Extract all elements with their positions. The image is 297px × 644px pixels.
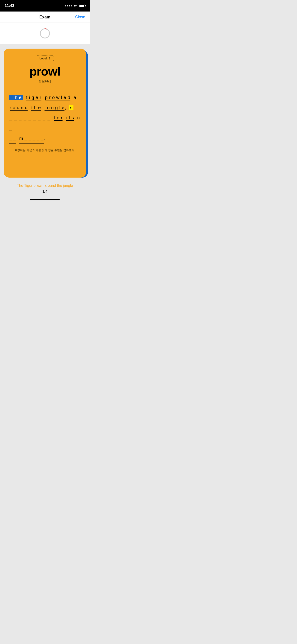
sentence-area: T h e t i g e r p r o w l e d a r o u n … [9, 92, 80, 153]
main-area: Level. 3 prowl 잠복했다 T h e t i g e r p r … [0, 44, 90, 180]
svg-point-0 [40, 29, 50, 38]
word-title: prowl [30, 64, 60, 78]
blank-2: _ _ [9, 133, 16, 144]
word-for: f o r [54, 115, 63, 120]
word-prowled: p r o w l e d [44, 95, 71, 100]
word-the2: t h e [31, 105, 41, 110]
bottom-area: The Tiger prawn around the jungle 1/4 [0, 180, 90, 204]
card-stack: Level. 3 prowl 잠복했다 T h e t i g e r p r … [4, 48, 86, 178]
close-button[interactable]: Close [75, 15, 85, 19]
page-indicator: 1/4 [42, 190, 48, 194]
answer-attempt: The Tiger prawn around the jungle [17, 184, 73, 188]
level-badge: Level. 3 [36, 56, 54, 61]
word-the-highlight: T h e [9, 95, 23, 100]
nav-title: Exam [39, 15, 50, 20]
word-a: a [74, 95, 76, 100]
blank-1: _ _ _ _ _ _ _ _ _ [10, 113, 51, 123]
word-m-partial: m _ _ _ _ _ [19, 133, 44, 144]
word-its: i t s [66, 115, 74, 120]
card-front: Level. 3 prowl 잠복했다 T h e t i g e r p r … [4, 48, 86, 178]
signal-icon [65, 5, 72, 6]
divider [9, 88, 80, 88]
status-icons [65, 4, 85, 7]
sentence-text: T h e t i g e r p r o w l e d a r o u n … [9, 92, 80, 144]
home-indicator [30, 199, 60, 200]
nav-bar: Exam Close [0, 12, 90, 23]
wifi-icon [73, 4, 77, 7]
word-jungle: j u n g l e [44, 105, 65, 110]
progress-area [0, 23, 90, 44]
word-tiger: t i g e r [26, 95, 42, 100]
progress-ring [39, 28, 51, 40]
sentence-korean: 호랑이는 다음 식사를 찾아 정글 주변을 잠복했다. [9, 148, 80, 153]
word-round: r o u n d [9, 105, 28, 110]
word-s-highlight: s [69, 105, 74, 110]
status-time: 11:43 [4, 4, 14, 8]
word-translation: 잠복했다 [38, 80, 51, 84]
battery-icon [79, 4, 85, 7]
status-bar: 11:43 [0, 0, 90, 12]
